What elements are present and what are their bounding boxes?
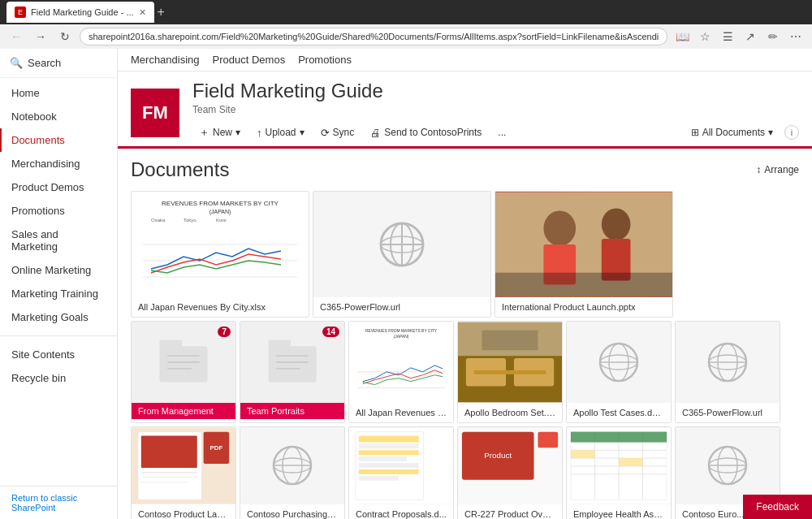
svg-text:Kore: Kore [216, 218, 227, 223]
arrange-button[interactable]: ↕ Arrange [756, 164, 799, 175]
feedback-button[interactable]: Feedback [743, 495, 812, 519]
tile-label-cr227: CR-227 Product Overvi... [458, 504, 562, 519]
tile-preview-globe [313, 192, 490, 297]
refresh-button[interactable]: ↻ [55, 27, 75, 46]
sidebar-item-merchandising[interactable]: Merchandising [0, 152, 117, 175]
tile-preview-globe-row3 [240, 427, 344, 504]
svg-point-17 [602, 208, 631, 240]
site-subtitle: Team Site [192, 104, 799, 115]
active-tab[interactable]: E Field Marketing Guide - ... ✕ [6, 2, 154, 23]
svg-rect-67 [359, 443, 419, 448]
sidebar-item-online-marketing[interactable]: Online Marketing [0, 258, 117, 282]
sync-button[interactable]: ⟳ Sync [314, 123, 361, 142]
svg-text:Product: Product [484, 451, 512, 460]
svg-rect-68 [359, 450, 419, 455]
globe-svg [378, 220, 426, 269]
tile-label-contract: Contract Proposals.d... [349, 504, 453, 519]
tile-apollo-test[interactable]: Apollo Test Cases.docx... [566, 321, 672, 423]
doc-toolbar: ＋ New ▾ ↑ Upload ▾ ⟳ Sync 🖨 [192, 119, 799, 146]
sidebar-item-marketing-goals[interactable]: Marketing Goals [0, 305, 117, 329]
sidebar-item-product-demos[interactable]: Product Demos [0, 175, 117, 199]
tile-label-bedroom: Apollo Bedroom Set.docx [458, 403, 562, 422]
globe-small-svg-1 [597, 340, 641, 385]
hub-button[interactable]: ☰ [718, 27, 737, 46]
breadcrumb-bar: Merchandising Product Demos Promotions [118, 49, 812, 71]
svg-text:(JAPAN): (JAPAN) [394, 335, 409, 339]
globe-euro-svg [706, 443, 750, 488]
sidebar-item-sales-marketing[interactable]: Sales and Marketing [0, 223, 117, 258]
svg-rect-89 [619, 458, 643, 466]
share-button[interactable]: ↗ [741, 27, 760, 46]
svg-rect-71 [359, 469, 419, 474]
tile-cr227[interactable]: Product CR-227 Product Overvi... [457, 426, 563, 519]
notes-button[interactable]: ✏ [763, 27, 783, 46]
new-button[interactable]: ＋ New ▾ [192, 122, 247, 143]
tile-from-management[interactable]: 7 From Management [131, 321, 236, 423]
favorites-button[interactable]: ☆ [695, 27, 715, 46]
tile-contoso-purchasing[interactable]: Contoso Purchasing Pro... [240, 426, 345, 519]
breadcrumb-promotions[interactable]: Promotions [298, 54, 352, 66]
view-selector[interactable]: ⊞ All Documents ▾ [686, 123, 778, 141]
sidebar-item-promotions[interactable]: Promotions [0, 199, 117, 223]
tile-label-contoso-purchasing: Contoso Purchasing Pro... [240, 504, 344, 519]
tile-preview-doc-highlight [349, 427, 453, 504]
tile-preview-folder1: 7 [132, 322, 235, 403]
sidebar-footer[interactable]: Return to classic SharePoint [0, 486, 117, 519]
tile-contoso-product[interactable]: PDF Contoso Product Lau... [131, 426, 236, 519]
folder-label-2: Team Portraits [240, 403, 344, 419]
tile-apollo-bedroom[interactable]: Apollo Bedroom Set.docx [457, 321, 563, 423]
breadcrumb-merchandising[interactable]: Merchandising [131, 54, 200, 66]
tile-contract-proposals[interactable]: Contract Proposals.d... [348, 426, 454, 519]
tab-favicon: E [15, 6, 26, 18]
sidebar-search[interactable]: 🔍 Search [0, 49, 117, 78]
site-logo: FM [131, 89, 179, 137]
more-button[interactable]: ⋯ [786, 27, 806, 46]
tile-label-japan-small: All Japan Revenues By... [349, 403, 453, 422]
tile-preview-photo [495, 192, 672, 297]
upload-button[interactable]: ↑ Upload ▾ [250, 123, 311, 142]
new-tab-button[interactable]: + [158, 5, 165, 19]
more-actions-button[interactable]: ... [491, 123, 512, 141]
breadcrumb-product-demos[interactable]: Product Demos [213, 54, 286, 66]
tile-preview-excel: REVENUES FROM MARKETS BY CITY (JAPAN) Os… [132, 192, 309, 297]
address-bar[interactable] [80, 28, 667, 45]
tile-japan-revenues[interactable]: REVENUES FROM MARKETS BY CITY (JAPAN) Os… [131, 191, 309, 318]
svg-rect-70 [359, 463, 419, 468]
close-tab-button[interactable]: ✕ [139, 7, 146, 18]
tab-title: Field Marketing Guide - ... [31, 7, 134, 17]
tile-c365-powerflow[interactable]: C365-PowerFlow.url [313, 191, 491, 318]
info-icon[interactable]: i [784, 125, 799, 140]
svg-text:Tokyo: Tokyo [184, 218, 197, 223]
svg-rect-72 [359, 476, 399, 481]
docs-area: Documents ↕ Arrange REVENUES FROM MARKET… [118, 149, 812, 519]
photo-svg [495, 192, 672, 297]
tile-preview-bedroom [458, 322, 562, 403]
sidebar-item-notebook[interactable]: Notebook [0, 105, 117, 128]
svg-rect-21 [159, 346, 207, 382]
browser-toolbar-icons: 📖 ☆ ☰ ↗ ✏ ⋯ [672, 27, 806, 46]
tile-preview-folder2: 14 [240, 322, 344, 403]
tile-japan-revenues-small[interactable]: REVENUES FROM MARKETS BY CITY (JAPAN) Al… [348, 321, 454, 423]
globe-row3-svg [270, 443, 315, 488]
sidebar-item-documents[interactable]: Documents [0, 128, 117, 152]
reading-mode-button[interactable]: 📖 [672, 27, 692, 46]
tile-label-c365: C365-PowerFlow.url [313, 297, 490, 317]
send-button[interactable]: 🖨 Send to ContosoPrints [364, 123, 488, 142]
sidebar-item-recycle-bin[interactable]: Recycle bin [0, 366, 117, 390]
tile-c365-small[interactable]: C365-PowerFlow.url [675, 321, 780, 423]
app-layout: 🔍 Search Home Notebook Documents Merchan… [0, 49, 812, 519]
tile-team-portraits[interactable]: 14 Team Portraits [240, 321, 345, 423]
sidebar-item-marketing-training[interactable]: Marketing Training [0, 282, 117, 305]
svg-rect-87 [571, 432, 667, 443]
upload-chevron-icon: ▾ [300, 127, 304, 138]
forward-button[interactable]: → [31, 27, 50, 46]
tile-label-c365-small: C365-PowerFlow.url [676, 403, 780, 422]
back-button[interactable]: ← [6, 27, 26, 46]
site-title: Field Marketing Guide [192, 80, 799, 102]
tile-employee-health[interactable]: Employee Health Asse... [566, 426, 672, 519]
sidebar-item-site-contents[interactable]: Site Contents [0, 343, 117, 366]
svg-rect-28 [268, 340, 291, 348]
sidebar-item-home[interactable]: Home [0, 81, 117, 105]
tile-preview-spreadsheet [567, 427, 671, 504]
tile-intl-launch[interactable]: International Product Launch.pptx [495, 191, 673, 318]
